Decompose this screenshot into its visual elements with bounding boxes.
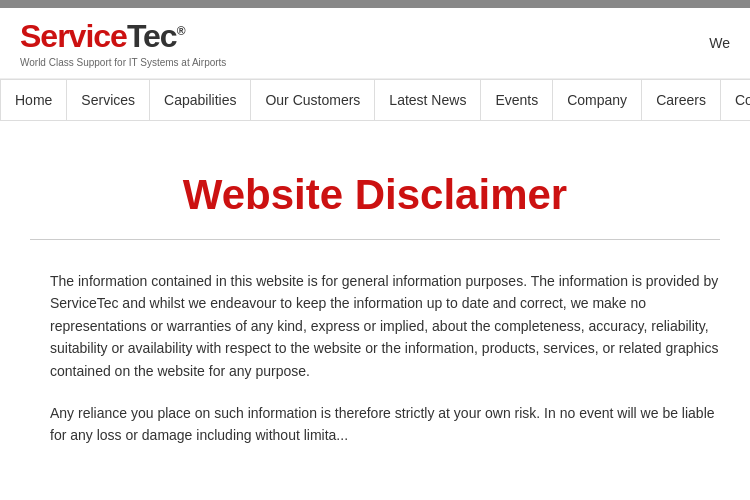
nav-item-latest-news[interactable]: Latest News	[375, 80, 481, 120]
main-content: Website Disclaimer The information conta…	[0, 121, 750, 497]
nav-item-capabilities[interactable]: Capabilities	[150, 80, 251, 120]
logo-tec: Tec	[127, 18, 177, 54]
logo-tagline: World Class Support for IT Systems at Ai…	[20, 57, 226, 68]
header: ServiceTec® World Class Support for IT S…	[0, 8, 750, 79]
paragraph-1: The information contained in this websit…	[50, 270, 720, 382]
nav-item-company[interactable]: Company	[553, 80, 642, 120]
page-title: Website Disclaimer	[30, 171, 720, 219]
nav-item-our-customers[interactable]: Our Customers	[251, 80, 375, 120]
divider	[30, 239, 720, 240]
navigation: Home Services Capabilities Our Customers…	[0, 79, 750, 121]
nav-item-home[interactable]: Home	[0, 80, 67, 120]
top-bar	[0, 0, 750, 8]
nav-item-careers[interactable]: Careers	[642, 80, 721, 120]
paragraph-2: Any reliance you place on such informati…	[50, 402, 720, 447]
nav-item-services[interactable]: Services	[67, 80, 150, 120]
header-right-text: We	[709, 35, 730, 51]
logo[interactable]: ServiceTec® World Class Support for IT S…	[20, 18, 226, 68]
logo-service: Service	[20, 18, 127, 54]
nav-item-events[interactable]: Events	[481, 80, 553, 120]
content-body: The information contained in this websit…	[50, 270, 720, 447]
logo-reg: ®	[177, 24, 185, 38]
logo-text: ServiceTec®	[20, 18, 184, 55]
nav-item-contact-us[interactable]: Contact Us	[721, 80, 750, 120]
